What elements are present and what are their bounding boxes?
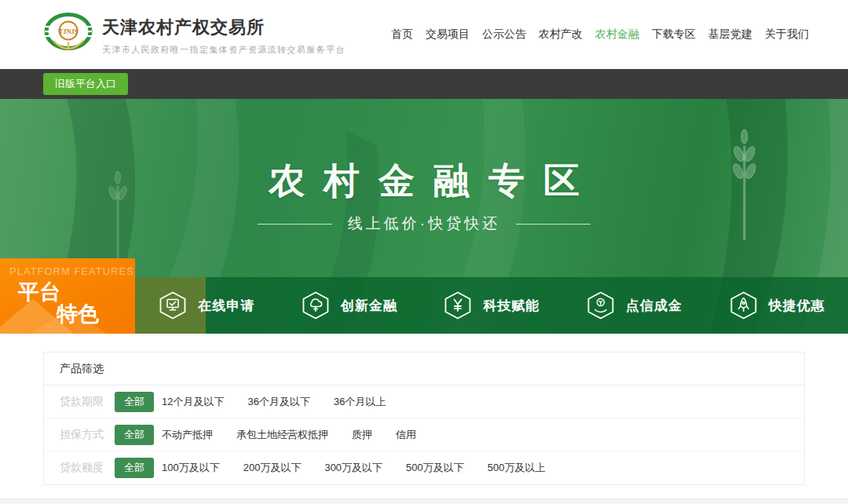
main-nav: 首页交易项目公示公告农村产改农村金融下载专区基层党建关于我们 xyxy=(385,0,815,69)
site-title: 天津农村产权交易所 xyxy=(102,16,345,39)
filter-label-loan-amount: 贷款额度 xyxy=(60,461,110,475)
filter-row-guarantee-type: 担保方式全部不动产抵押承包土地经营权抵押质押信用 xyxy=(44,418,804,451)
filter-options-loan-term: 12个月及以下36个月及以下36个月以上 xyxy=(162,395,386,409)
feature-item-credit-to-gold[interactable]: 点信成金 xyxy=(563,277,706,334)
platform-features-title-line2: 特色 xyxy=(57,303,135,325)
filter-option[interactable]: 500万及以下 xyxy=(406,461,464,475)
filter-option[interactable]: 300万及以下 xyxy=(324,461,382,475)
platform-features-bar: 在线申请创新金融科技赋能点信成金快捷优惠 xyxy=(135,277,848,334)
filter-card-title: 产品筛选 xyxy=(44,352,804,385)
feature-item-label: 点信成金 xyxy=(626,297,682,315)
site-logo[interactable]: TJNJS 天津农村产权交易所 天津市人民政府唯一指定集体资产资源流转交易服务平… xyxy=(43,11,345,60)
coin-hand-icon xyxy=(586,290,616,320)
monitor-check-icon xyxy=(158,290,188,320)
cloud-finance-icon xyxy=(301,290,331,320)
nav-item-trading-projects[interactable]: 交易项目 xyxy=(419,27,476,42)
filter-rows: 贷款期限全部12个月及以下36个月及以下36个月以上担保方式全部不动产抵押承包土… xyxy=(44,385,804,484)
platform-features-eyebrow: PLATFORM FEATURES xyxy=(9,265,135,277)
filter-options-guarantee-type: 不动产抵押承包土地经营权抵押质押信用 xyxy=(162,428,416,442)
filter-option[interactable]: 信用 xyxy=(396,428,416,442)
nav-item-party-building[interactable]: 基层党建 xyxy=(702,27,758,42)
nav-item-rural-finance[interactable]: 农村金融 xyxy=(589,27,645,42)
subtitle-right-rule xyxy=(516,224,590,225)
filter-option[interactable]: 200万及以下 xyxy=(243,461,302,475)
logo-text-block: 天津农村产权交易所 天津市人民政府唯一指定集体资产资源流转交易服务平台 xyxy=(102,11,345,56)
filter-option[interactable]: 100万及以下 xyxy=(162,461,220,475)
platform-features-label-block: PLATFORM FEATURES 平台 特色 xyxy=(0,258,135,334)
filter-option[interactable]: 36个月以上 xyxy=(334,395,386,409)
subtitle-left-rule xyxy=(258,224,332,225)
filter-guarantee-type-all-button[interactable]: 全部 xyxy=(115,425,154,445)
filter-row-loan-term: 贷款期限全部12个月及以下36个月及以下36个月以上 xyxy=(44,385,804,418)
logo-emblem-icon: TJNJS xyxy=(43,11,93,60)
filter-option[interactable]: 承包土地经营权抵押 xyxy=(236,428,328,442)
site-subtitle: 天津市人民政府唯一指定集体资产资源流转交易服务平台 xyxy=(102,44,345,56)
rocket-icon xyxy=(729,290,758,320)
main-content: 产品筛选 贷款期限全部12个月及以下36个月及以下36个月以上担保方式全部不动产… xyxy=(0,352,848,504)
feature-item-label: 科技赋能 xyxy=(483,297,539,315)
filter-options-loan-amount: 100万及以下200万及以下300万及以下500万及以下500万及以上 xyxy=(162,461,546,475)
feature-item-quick-discount[interactable]: 快捷优惠 xyxy=(705,277,848,334)
bottom-spacer xyxy=(0,485,848,499)
filter-option[interactable]: 36个月及以下 xyxy=(247,395,309,409)
nav-item-public-notices[interactable]: 公示公告 xyxy=(476,27,532,42)
old-platform-entry-button[interactable]: 旧版平台入口 xyxy=(43,73,128,95)
product-filter-card: 产品筛选 贷款期限全部12个月及以下36个月及以下36个月以上担保方式全部不动产… xyxy=(43,352,805,485)
hero-subtitle-row: 线上低价·快贷快还 xyxy=(0,214,848,234)
feature-item-online-apply[interactable]: 在线申请 xyxy=(135,277,278,334)
hero-banner: 农村金融专区 线上低价·快贷快还 在线申请创新金融科技赋能点信成金快捷优惠 PL… xyxy=(0,99,848,334)
feature-item-innovative-finance[interactable]: 创新金融 xyxy=(278,277,421,334)
filter-option[interactable]: 12个月及以下 xyxy=(162,395,224,409)
feature-item-label: 快捷优惠 xyxy=(769,297,825,315)
nav-item-rural-reform[interactable]: 农村产改 xyxy=(532,27,589,42)
filter-option[interactable]: 500万及以上 xyxy=(488,461,546,475)
svg-text:TJNJS: TJNJS xyxy=(58,27,78,35)
feature-item-label: 在线申请 xyxy=(198,297,254,315)
filter-loan-term-all-button[interactable]: 全部 xyxy=(115,392,154,412)
nav-item-downloads[interactable]: 下载专区 xyxy=(645,27,702,42)
filter-option[interactable]: 不动产抵押 xyxy=(162,428,213,442)
nav-item-home[interactable]: 首页 xyxy=(385,27,419,42)
yen-icon xyxy=(443,290,473,320)
filter-option[interactable]: 质押 xyxy=(352,428,372,442)
filter-row-loan-amount: 贷款额度全部100万及以下200万及以下300万及以下500万及以下500万及以… xyxy=(44,451,804,484)
filter-loan-amount-all-button[interactable]: 全部 xyxy=(115,458,154,478)
filter-label-guarantee-type: 担保方式 xyxy=(60,428,110,442)
footer-bar xyxy=(0,499,848,504)
feature-item-label: 创新金融 xyxy=(341,297,397,315)
hero-subtitle: 线上低价·快贷快还 xyxy=(348,214,500,234)
nav-item-about-us[interactable]: 关于我们 xyxy=(758,27,815,42)
feature-item-tech-empowerment[interactable]: 科技赋能 xyxy=(420,277,563,334)
secondary-topbar: 旧版平台入口 xyxy=(0,69,848,99)
hero-title: 农村金融专区 xyxy=(0,157,848,206)
platform-features-title-line1: 平台 xyxy=(18,281,135,303)
filter-label-loan-term: 贷款期限 xyxy=(60,395,110,409)
site-header: TJNJS 天津农村产权交易所 天津市人民政府唯一指定集体资产资源流转交易服务平… xyxy=(0,0,848,69)
